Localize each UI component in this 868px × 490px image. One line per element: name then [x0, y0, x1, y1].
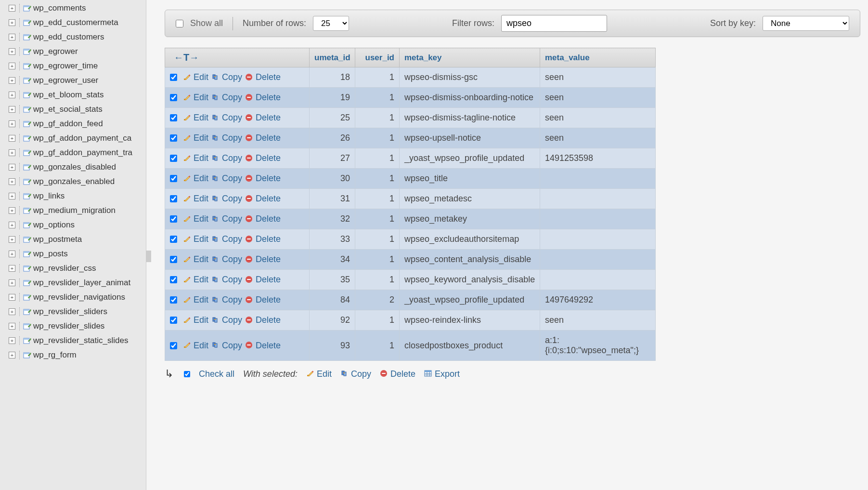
expand-icon[interactable]: + [9, 178, 15, 185]
edit-button[interactable]: Edit [183, 133, 208, 143]
filter-input[interactable] [501, 15, 607, 32]
expand-icon[interactable]: + [9, 251, 15, 257]
expand-icon[interactable]: + [9, 337, 15, 344]
expand-icon[interactable]: + [9, 77, 15, 84]
expand-icon[interactable]: + [9, 222, 15, 228]
bulk-edit-button[interactable]: Edit [306, 369, 332, 379]
delete-button[interactable]: Delete [245, 72, 281, 82]
expand-icon[interactable]: + [9, 48, 15, 55]
expand-icon[interactable]: + [9, 135, 15, 142]
sidebar-item[interactable]: + wp_options [0, 218, 146, 232]
copy-button[interactable]: Copy [211, 341, 242, 351]
sidebar-item[interactable]: + wp_edd_customers [0, 30, 146, 44]
delete-button[interactable]: Delete [245, 173, 281, 184]
sidebar-item[interactable]: + wp_postmeta [0, 232, 146, 247]
sidebar-item[interactable]: + wp_revslider_layer_animat [0, 276, 146, 290]
sidebar-item[interactable]: + wp_egrower [0, 44, 146, 59]
bulk-export-button[interactable]: Export [424, 369, 460, 379]
row-checkbox[interactable] [170, 215, 177, 223]
sidebar-item[interactable]: + wp_gonzales_disabled [0, 160, 146, 174]
delete-button[interactable]: Delete [245, 341, 281, 351]
col-user-id[interactable]: user_id [355, 48, 400, 67]
edit-button[interactable]: Edit [183, 295, 208, 305]
delete-button[interactable]: Delete [245, 214, 281, 224]
sidebar-item[interactable]: + wp_et_bloom_stats [0, 88, 146, 102]
edit-button[interactable]: Edit [183, 315, 208, 325]
sidebar-item[interactable]: + wp_gf_addon_feed [0, 117, 146, 131]
check-all-checkbox[interactable] [184, 371, 190, 377]
row-checkbox[interactable] [170, 74, 177, 81]
sidebar-item[interactable]: + wp_egrower_time [0, 59, 146, 73]
expand-icon[interactable]: + [9, 19, 15, 26]
sidebar-item[interactable]: + wp_revslider_static_slides [0, 333, 146, 348]
row-checkbox[interactable] [170, 155, 177, 162]
edit-button[interactable]: Edit [183, 275, 208, 285]
expand-icon[interactable]: + [9, 164, 15, 171]
row-checkbox[interactable] [170, 296, 177, 304]
delete-button[interactable]: Delete [245, 194, 281, 204]
expand-icon[interactable]: + [9, 92, 15, 98]
delete-button[interactable]: Delete [245, 295, 281, 305]
row-checkbox[interactable] [170, 94, 177, 101]
sidebar-item[interactable]: + wp_revslider_slides [0, 319, 146, 333]
edit-button[interactable]: Edit [183, 113, 208, 123]
copy-button[interactable]: Copy [211, 275, 242, 285]
sidebar-item[interactable]: + wp_medium_migration [0, 203, 146, 218]
row-checkbox[interactable] [170, 236, 177, 243]
num-rows-select[interactable]: 25 [313, 16, 349, 31]
copy-button[interactable]: Copy [211, 153, 242, 163]
edit-button[interactable]: Edit [183, 93, 208, 103]
sidebar-item[interactable]: + wp_egrower_user [0, 73, 146, 88]
edit-button[interactable]: Edit [183, 341, 208, 351]
expand-icon[interactable]: + [9, 193, 15, 199]
edit-button[interactable]: Edit [183, 153, 208, 163]
expand-icon[interactable]: + [9, 294, 15, 301]
edit-button[interactable]: Edit [183, 72, 208, 82]
row-checkbox[interactable] [170, 175, 177, 182]
nav-arrows[interactable]: ←T→ [170, 52, 199, 63]
expand-icon[interactable]: + [9, 308, 15, 315]
expand-icon[interactable]: + [9, 236, 15, 243]
row-checkbox[interactable] [170, 317, 177, 324]
expand-icon[interactable]: + [9, 149, 15, 156]
row-checkbox[interactable] [170, 256, 177, 263]
expand-icon[interactable]: + [9, 120, 15, 127]
edit-button[interactable]: Edit [183, 214, 208, 224]
delete-button[interactable]: Delete [245, 254, 281, 265]
delete-button[interactable]: Delete [245, 113, 281, 123]
row-checkbox[interactable] [170, 342, 177, 349]
sidebar-item[interactable]: + wp_revslider_sliders [0, 305, 146, 319]
edit-button[interactable]: Edit [183, 234, 208, 244]
col-umeta-id[interactable]: umeta_id [310, 48, 355, 67]
copy-button[interactable]: Copy [211, 133, 242, 143]
copy-button[interactable]: Copy [211, 234, 242, 244]
sidebar-item[interactable]: + wp_rg_form [0, 348, 146, 362]
delete-button[interactable]: Delete [245, 275, 281, 285]
col-meta-value[interactable]: meta_value [540, 48, 656, 67]
sidebar-item[interactable]: + wp_revslider_css [0, 261, 146, 276]
copy-button[interactable]: Copy [211, 315, 242, 325]
copy-button[interactable]: Copy [211, 254, 242, 265]
sidebar-item[interactable]: + wp_edd_customermeta [0, 15, 146, 30]
sidebar[interactable]: + wp_comments+ wp_edd_customermeta+ wp_e… [0, 0, 146, 490]
bulk-delete-button[interactable]: Delete [380, 369, 415, 379]
sidebar-item[interactable]: + wp_comments [0, 1, 146, 15]
sidebar-item[interactable]: + wp_links [0, 189, 146, 203]
sidebar-item[interactable]: + wp_gf_addon_payment_tra [0, 146, 146, 160]
delete-button[interactable]: Delete [245, 133, 281, 143]
copy-button[interactable]: Copy [211, 194, 242, 204]
row-checkbox[interactable] [170, 195, 177, 202]
expand-icon[interactable]: + [9, 352, 15, 358]
expand-icon[interactable]: + [9, 106, 15, 113]
delete-button[interactable]: Delete [245, 93, 281, 103]
collapse-handle[interactable] [146, 251, 151, 262]
copy-button[interactable]: Copy [211, 173, 242, 184]
delete-button[interactable]: Delete [245, 315, 281, 325]
expand-icon[interactable]: + [9, 34, 15, 40]
sidebar-item[interactable]: + wp_gf_addon_payment_ca [0, 131, 146, 146]
expand-icon[interactable]: + [9, 323, 15, 330]
edit-button[interactable]: Edit [183, 194, 208, 204]
copy-button[interactable]: Copy [211, 113, 242, 123]
copy-button[interactable]: Copy [211, 93, 242, 103]
sidebar-item[interactable]: + wp_et_social_stats [0, 102, 146, 117]
